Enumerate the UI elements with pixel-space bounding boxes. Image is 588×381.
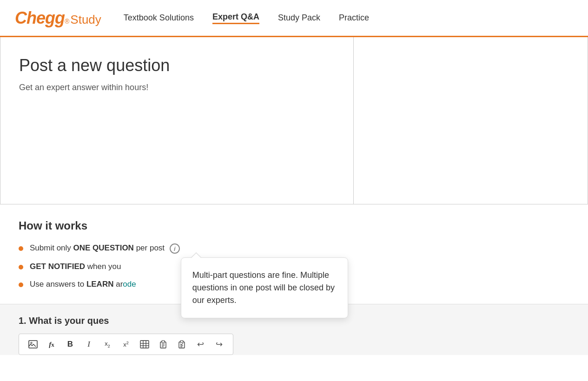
- bullet-2-bold: GET NOTIFIED: [30, 262, 85, 271]
- svg-rect-2: [140, 341, 149, 348]
- editor-toolbar: fx B I x2 x2: [19, 334, 233, 355]
- undo-button[interactable]: ↩: [192, 337, 209, 352]
- redo-button[interactable]: ↪: [211, 337, 227, 352]
- subscript-icon: x2: [105, 340, 110, 348]
- nav-textbook-solutions[interactable]: Textbook Solutions: [124, 13, 194, 23]
- bullet-dot-2: [19, 265, 23, 269]
- how-it-works-title: How it works: [19, 219, 569, 232]
- image-icon: [28, 340, 38, 348]
- superscript-button[interactable]: x2: [118, 337, 134, 352]
- italic-icon: I: [87, 340, 90, 349]
- bullet-3-bold: LEARN: [86, 280, 114, 289]
- superscript-icon: x2: [123, 341, 129, 348]
- bullet-3-text: Use answers to LEARN arode: [30, 280, 136, 289]
- info-icon-wrapper: i Multi-part questions are fine. Multipl…: [167, 243, 180, 254]
- bullet-dot-3: [19, 282, 23, 287]
- tooltip-box: Multi-part questions are fine. Multiple …: [181, 257, 348, 318]
- nav-practice[interactable]: Practice: [339, 13, 369, 23]
- post-subtitle: Get an expert answer within hours!: [19, 83, 335, 92]
- bullet-one-question: Submit only ONE QUESTION per post i Mult…: [19, 243, 569, 254]
- logo-registered: ®: [65, 18, 69, 25]
- paste-formatted-icon: [177, 340, 186, 349]
- insert-image-button[interactable]: [25, 337, 41, 352]
- post-right-panel: [353, 37, 588, 204]
- bullet-2-text: GET NOTIFIED when you: [30, 262, 121, 271]
- tooltip-text: Multi-part questions are fine. Multiple …: [192, 270, 335, 305]
- header: Chegg® Study Textbook Solutions Expert Q…: [0, 0, 588, 37]
- paste-plain-icon: [159, 340, 168, 349]
- undo-icon: ↩: [197, 339, 204, 349]
- logo-study-text: Study: [70, 13, 101, 27]
- redo-icon: ↪: [216, 339, 223, 349]
- post-left-panel: Post a new question Get an expert answer…: [0, 37, 353, 204]
- formula-button[interactable]: fx: [43, 337, 60, 352]
- svg-point-1: [31, 342, 32, 344]
- post-card-area: Post a new question Get an expert answer…: [0, 37, 588, 204]
- italic-button[interactable]: I: [80, 337, 97, 352]
- paste-plain-button[interactable]: [155, 337, 172, 352]
- bold-icon: B: [67, 340, 73, 349]
- svg-rect-13: [180, 341, 183, 342]
- svg-rect-8: [162, 341, 165, 342]
- formula-icon: fx: [49, 341, 54, 348]
- table-icon: [140, 340, 149, 348]
- logo-chegg-text: Chegg: [15, 8, 65, 28]
- main-content: Post a new question Get an expert answer…: [0, 37, 588, 355]
- table-button[interactable]: [136, 337, 153, 352]
- how-it-works-section: How it works Submit only ONE QUESTION pe…: [0, 204, 588, 304]
- paste-formatted-button[interactable]: [173, 337, 190, 352]
- bullet-list: Submit only ONE QUESTION per post i Mult…: [19, 243, 569, 289]
- logo[interactable]: Chegg® Study: [15, 8, 101, 28]
- subscript-button[interactable]: x2: [99, 337, 116, 352]
- bullet-dot-1: [19, 246, 23, 251]
- info-icon[interactable]: i: [170, 243, 180, 254]
- main-nav: Textbook Solutions Expert Q&A Study Pack…: [124, 12, 369, 24]
- nav-expert-qa[interactable]: Expert Q&A: [212, 12, 259, 24]
- svg-rect-0: [29, 341, 37, 348]
- bullet-1-text: Submit only ONE QUESTION per post i Mult…: [30, 243, 180, 254]
- bullet-3-link[interactable]: ode: [123, 280, 136, 289]
- bullet-1-bold: ONE QUESTION: [73, 243, 134, 252]
- nav-study-pack[interactable]: Study Pack: [278, 13, 320, 23]
- bold-button[interactable]: B: [62, 337, 79, 352]
- post-title: Post a new question: [19, 56, 335, 75]
